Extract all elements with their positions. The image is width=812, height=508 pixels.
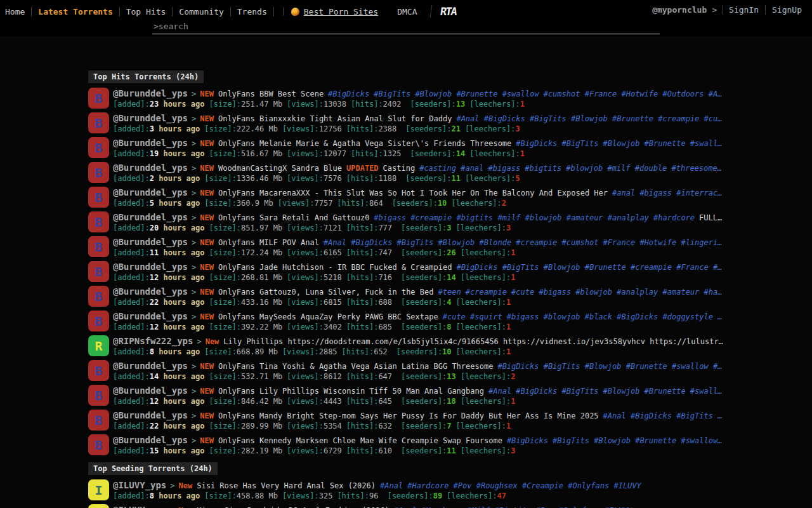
nav-item-trends[interactable]: Trends [231,7,274,17]
nav-item-latest-torrents[interactable]: Latest Torrents [32,7,119,17]
user-avatar[interactable]: B [88,360,109,381]
user-avatar[interactable]: R [88,335,109,356]
username-link[interactable]: @Burunddel_yps [113,361,188,371]
torrent-tags[interactable]: #anal #bigass #interrac… [612,189,722,197]
title-line: @Burunddel_yps>NEWOnlyFans Kennedy Marks… [113,435,722,446]
username-link[interactable]: @Burunddel_yps [113,410,188,420]
leechers-label: [leechers]: [456,224,506,232]
best-porn-sites-link[interactable]: Best Porn Sites [291,7,378,17]
new-badge: NEW [200,90,214,98]
user-avatar[interactable]: I [88,479,109,500]
username-link[interactable]: @Burunddel_yps [113,138,188,148]
username-link[interactable]: @Burunddel_yps [113,113,188,123]
hits-pair: [hits]:96 [337,491,378,500]
username-link[interactable]: @ILUVY_yps [113,505,166,508]
username-link[interactable]: @Burunddel_yps [113,187,188,197]
username-link[interactable]: @Burunddel_yps [113,237,188,247]
user-avatar[interactable]: B [88,236,109,257]
torrent-title[interactable]: OnlyFans Lily Phillips Wisconsin Tiff 50… [218,387,484,396]
leechers-pair: [leechers]:1 [461,248,516,257]
torrent-title[interactable]: Onlyfans MaySeeds AquaZay Perky PAWG BBC… [218,312,438,321]
torrent-title[interactable]: Lily Phillips https://doodstream.com/e/l… [223,337,723,346]
username-link[interactable]: @Burunddel_yps [113,385,188,396]
stats-line: [added]:22 hours ago[size]:289.99 Mb[vie… [113,421,722,431]
username-link[interactable]: @Burunddel_yps [113,311,188,321]
torrent-tags[interactable]: #BigDicks #BigTits #Blowjob #Brunette #s… [328,90,722,98]
torrent-tags[interactable]: #BigDicks #BigTits #Blowjob #Brunette #s… [497,362,722,371]
dmca-link[interactable]: DMCA [397,7,417,17]
torrent-title[interactable]: OnlyFans Tina Yoshi & Agatha Vega Asian … [218,362,493,371]
torrent-tags[interactable]: #casting #anal #bigass #bigtits #blowjob… [419,164,722,173]
torrent-tags[interactable]: #BigDicks #BigTits #Blowjob #Brunette #c… [456,263,722,272]
leechers-label: [leechers]: [456,323,506,331]
torrent-tags[interactable]: #cute #squirt #bigass #blowjob #black #B… [443,312,723,321]
title-line: @Burunddel_yps>NEWOnlyFans BBW Best Scen… [113,88,722,99]
new-badge: NEW [200,238,214,247]
username-link[interactable]: @Burunddel_yps [113,212,188,222]
added-pair: [added]:8 hours ago [113,491,200,500]
username-link[interactable]: @Burunddel_yps [113,435,188,445]
user-avatar[interactable]: B [88,137,109,158]
user-avatar[interactable]: B [88,434,109,455]
user-avatar[interactable]: B [88,88,109,109]
torrent-tags[interactable]: #bigass #creampie #bigtits #milf #blowjo… [374,213,695,222]
user-avatar[interactable]: B [88,162,109,183]
torrent-tags[interactable]: #Anal #BigDicks #BigTits … [603,411,723,420]
signin-link[interactable]: SignIn [722,5,765,15]
username-link[interactable]: @Burunddel_yps [113,286,188,297]
torrent-title-2[interactable]: Casting [383,164,416,173]
hits-value: 2402 [383,100,402,109]
site-handle[interactable]: @mypornclub [652,5,707,15]
torrent-title[interactable]: OnlyFans MacarenaXXX - This Slut Was So … [218,189,608,197]
username-link[interactable]: @Burunddel_yps [113,262,188,272]
user-avatar[interactable]: B [88,112,109,133]
user-avatar[interactable]: B [88,410,109,431]
nav-item-community[interactable]: Community [173,7,230,17]
views-pair: [views]:6815 [287,298,342,307]
torrent-tags[interactable]: #BigDicks #BigTits #Blowjob #Brunette #s… [507,436,723,445]
views-label: [views]: [287,273,324,282]
torrent-title[interactable]: OnlyFans Melanie Marie & Agatha Vega Sis… [218,139,511,148]
avatar-letter: B [95,264,102,279]
torrent-tags[interactable]: #Anal #BigDicks #BigTits #Blowjob #Blond… [324,238,723,247]
torrent-title[interactable]: OnlyFans Bianxxxkie Tight Asian Anal Slu… [218,114,452,123]
size-label: [size]: [204,491,237,500]
torrent-title[interactable]: Onlyfans MILF POV Anal [218,238,319,247]
views-value: 7121 [324,224,342,232]
torrent-row-text: @ILUVY_yps>NewSisi Rose Has Very Hard An… [113,480,641,501]
torrent-title[interactable]: Onlyfans Sara Retali And Gattouz0 [218,213,369,222]
size-label: [size]: [209,273,242,282]
search-input[interactable] [152,20,660,34]
username-link[interactable]: @RIPNsfw222_yps [113,336,193,346]
size-value: 532.71 Mb [241,372,282,381]
hits-value: 2388 [378,124,396,133]
username-link[interactable]: @ILUVY_yps [113,480,166,490]
torrent-title[interactable]: WoodmanCastingX Sandra Blue [218,164,342,173]
user-avatar[interactable]: B [88,211,109,232]
torrent-title[interactable]: Sisi Rose Has Very Hard Anal Sex (2026) [197,481,376,490]
username-link[interactable]: @Burunddel_yps [113,163,188,173]
seeders-value: 14 [447,273,455,282]
size-label: [size]: [204,174,237,183]
torrent-tags[interactable]: #Anal #BigDicks #BigTits #Blowjob #Brune… [488,387,722,396]
nav-item-top-hits[interactable]: Top Hits [120,7,173,17]
torrent-title[interactable]: OnlyFans Gattouz0, Luna Silver, Fuck in … [218,288,434,297]
user-avatar[interactable]: B [88,187,109,208]
torrent-tags[interactable]: #Anal #BigDicks #BigTits #Blowjob #Brune… [456,114,722,123]
torrent-title[interactable]: OnlyFans Mandy Bright Step-mom Says Her … [218,411,599,420]
torrent-tags[interactable]: #BigDicks #BigTits #Blowjob #Brunette #s… [516,139,722,148]
nav-item-home[interactable]: Home [5,7,32,17]
user-avatar[interactable]: I [88,504,109,508]
handle-chevron-icon: > [712,5,717,15]
user-avatar[interactable]: B [88,261,109,282]
user-avatar[interactable]: B [88,385,109,406]
signup-link[interactable]: SignUp [765,5,808,15]
user-avatar[interactable]: B [88,286,109,307]
torrent-tags[interactable]: #Anal #Hardcore #Pov #Roughsex #Creampie… [380,481,641,490]
torrent-title[interactable]: OnlyFans Jade Hutchison - IR BBC Fucked … [218,263,452,272]
user-avatar[interactable]: B [88,311,109,331]
torrent-title[interactable]: OnlyFans Kennedy Marksen Chloe Mae Wife … [218,436,502,445]
torrent-tags[interactable]: #teen #creampie #cute #bigass #blowjob #… [438,288,723,297]
username-link[interactable]: @Burunddel_yps [113,88,188,98]
torrent-title[interactable]: OnlyFans BBW Best Scene [218,90,324,98]
